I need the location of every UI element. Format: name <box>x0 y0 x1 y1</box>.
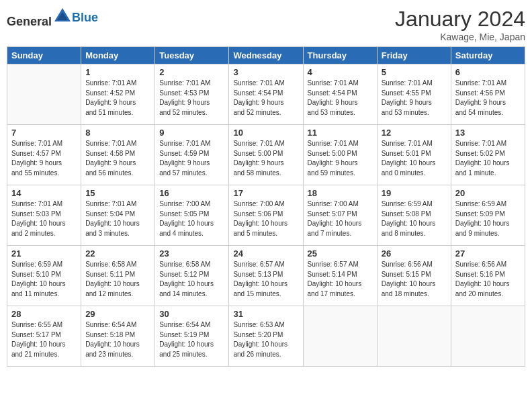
cal-cell: 26Sunrise: 6:56 AMSunset: 5:15 PMDayligh… <box>377 246 451 306</box>
location: Kawage, Mie, Japan <box>395 32 525 42</box>
cal-cell: 31Sunrise: 6:53 AMSunset: 5:20 PMDayligh… <box>229 306 303 367</box>
cal-cell: 1Sunrise: 7:01 AMSunset: 4:52 PMDaylight… <box>81 64 155 125</box>
title-area: January 2024 Kawage, Mie, Japan <box>395 7 525 42</box>
date-number: 16 <box>159 188 224 198</box>
date-number: 19 <box>382 188 447 198</box>
logo-blue: Blue <box>72 11 98 25</box>
day-header-sunday: Sunday <box>7 47 81 64</box>
date-number: 18 <box>308 188 373 198</box>
cal-cell: 11Sunrise: 7:01 AMSunset: 5:00 PMDayligh… <box>303 125 377 185</box>
week-row-5: 28Sunrise: 6:55 AMSunset: 5:17 PMDayligh… <box>7 306 525 367</box>
date-number: 28 <box>11 309 77 319</box>
cal-cell: 30Sunrise: 6:54 AMSunset: 5:19 PMDayligh… <box>155 306 229 367</box>
cal-cell: 25Sunrise: 6:57 AMSunset: 5:14 PMDayligh… <box>303 246 377 306</box>
cal-cell: 19Sunrise: 6:59 AMSunset: 5:08 PMDayligh… <box>377 185 451 246</box>
cal-cell: 12Sunrise: 7:01 AMSunset: 5:01 PMDayligh… <box>377 125 451 185</box>
date-number: 22 <box>85 248 150 259</box>
day-info: Sunrise: 7:01 AMSunset: 4:57 PMDaylight:… <box>11 139 77 178</box>
cal-cell: 7Sunrise: 7:01 AMSunset: 4:57 PMDaylight… <box>7 125 81 185</box>
cal-cell: 6Sunrise: 7:01 AMSunset: 4:56 PMDaylight… <box>451 64 525 125</box>
logo-text: General <box>7 7 72 29</box>
date-number: 24 <box>233 248 298 259</box>
cal-cell: 21Sunrise: 6:59 AMSunset: 5:10 PMDayligh… <box>7 246 81 306</box>
week-row-1: 1Sunrise: 7:01 AMSunset: 4:52 PMDaylight… <box>7 64 525 125</box>
day-info: Sunrise: 6:55 AMSunset: 5:17 PMDaylight:… <box>11 320 77 359</box>
day-info: Sunrise: 7:00 AMSunset: 5:07 PMDaylight:… <box>308 199 373 238</box>
cal-cell <box>303 306 377 367</box>
date-number: 21 <box>11 248 77 259</box>
cal-cell: 14Sunrise: 7:01 AMSunset: 5:03 PMDayligh… <box>7 185 81 246</box>
cal-cell: 28Sunrise: 6:55 AMSunset: 5:17 PMDayligh… <box>7 306 81 367</box>
cal-cell: 18Sunrise: 7:00 AMSunset: 5:07 PMDayligh… <box>303 185 377 246</box>
cal-cell: 13Sunrise: 7:01 AMSunset: 5:02 PMDayligh… <box>451 125 525 185</box>
day-info: Sunrise: 7:01 AMSunset: 4:58 PMDaylight:… <box>85 139 150 178</box>
cal-cell: 2Sunrise: 7:01 AMSunset: 4:53 PMDaylight… <box>155 64 229 125</box>
day-info: Sunrise: 6:53 AMSunset: 5:20 PMDaylight:… <box>233 320 298 359</box>
cal-cell: 27Sunrise: 6:56 AMSunset: 5:16 PMDayligh… <box>451 246 525 306</box>
date-number: 4 <box>308 67 373 77</box>
day-info: Sunrise: 7:01 AMSunset: 4:54 PMDaylight:… <box>308 79 373 118</box>
page-header: General Blue January 2024 Kawage, Mie, J… <box>7 7 525 42</box>
day-header-friday: Friday <box>377 47 451 64</box>
date-number: 2 <box>159 67 224 77</box>
day-info: Sunrise: 6:54 AMSunset: 5:19 PMDaylight:… <box>159 320 224 359</box>
date-number: 14 <box>11 188 77 198</box>
date-number: 8 <box>85 128 150 138</box>
day-header-monday: Monday <box>81 47 155 64</box>
date-number: 6 <box>455 67 521 77</box>
day-info: Sunrise: 6:59 AMSunset: 5:09 PMDaylight:… <box>455 199 521 238</box>
day-info: Sunrise: 7:01 AMSunset: 4:54 PMDaylight:… <box>233 79 298 118</box>
day-info: Sunrise: 6:59 AMSunset: 5:10 PMDaylight:… <box>11 260 77 299</box>
date-number: 12 <box>382 128 447 138</box>
date-number: 26 <box>382 248 447 259</box>
day-info: Sunrise: 7:01 AMSunset: 4:59 PMDaylight:… <box>159 139 224 178</box>
date-number: 31 <box>233 309 298 319</box>
cal-cell: 24Sunrise: 6:57 AMSunset: 5:13 PMDayligh… <box>229 246 303 306</box>
week-row-2: 7Sunrise: 7:01 AMSunset: 4:57 PMDaylight… <box>7 125 525 185</box>
day-info: Sunrise: 7:01 AMSunset: 5:01 PMDaylight:… <box>382 139 447 178</box>
cal-cell <box>451 306 525 367</box>
cal-cell <box>7 64 81 125</box>
day-info: Sunrise: 7:01 AMSunset: 4:56 PMDaylight:… <box>455 79 521 118</box>
month-title: January 2024 <box>395 7 525 32</box>
date-number: 27 <box>455 248 521 259</box>
week-row-4: 21Sunrise: 6:59 AMSunset: 5:10 PMDayligh… <box>7 246 525 306</box>
day-info: Sunrise: 7:01 AMSunset: 5:00 PMDaylight:… <box>233 139 298 178</box>
day-info: Sunrise: 6:56 AMSunset: 5:15 PMDaylight:… <box>382 260 447 299</box>
logo: General Blue <box>7 7 98 29</box>
day-header-wednesday: Wednesday <box>229 47 303 64</box>
day-info: Sunrise: 6:56 AMSunset: 5:16 PMDaylight:… <box>455 260 521 299</box>
day-info: Sunrise: 6:57 AMSunset: 5:13 PMDaylight:… <box>233 260 298 299</box>
cal-cell: 20Sunrise: 6:59 AMSunset: 5:09 PMDayligh… <box>451 185 525 246</box>
cal-cell: 15Sunrise: 7:01 AMSunset: 5:04 PMDayligh… <box>81 185 155 246</box>
date-number: 29 <box>85 309 150 319</box>
date-number: 1 <box>85 67 150 77</box>
day-info: Sunrise: 7:01 AMSunset: 5:02 PMDaylight:… <box>455 139 521 178</box>
cal-cell: 4Sunrise: 7:01 AMSunset: 4:54 PMDaylight… <box>303 64 377 125</box>
date-number: 20 <box>455 188 521 198</box>
calendar-table: SundayMondayTuesdayWednesdayThursdayFrid… <box>7 46 525 367</box>
date-number: 9 <box>159 128 224 138</box>
date-number: 11 <box>308 128 373 138</box>
cal-cell: 3Sunrise: 7:01 AMSunset: 4:54 PMDaylight… <box>229 64 303 125</box>
date-number: 5 <box>382 67 447 77</box>
cal-cell <box>377 306 451 367</box>
cal-cell: 23Sunrise: 6:58 AMSunset: 5:12 PMDayligh… <box>155 246 229 306</box>
date-number: 17 <box>233 188 298 198</box>
day-info: Sunrise: 6:54 AMSunset: 5:18 PMDaylight:… <box>85 320 150 359</box>
day-info: Sunrise: 6:58 AMSunset: 5:12 PMDaylight:… <box>159 260 224 299</box>
date-number: 7 <box>11 128 77 138</box>
date-number: 3 <box>233 67 298 77</box>
date-number: 25 <box>308 248 373 259</box>
date-number: 23 <box>159 248 224 259</box>
day-header-thursday: Thursday <box>303 47 377 64</box>
logo-icon <box>53 7 72 26</box>
week-row-3: 14Sunrise: 7:01 AMSunset: 5:03 PMDayligh… <box>7 185 525 246</box>
day-header-tuesday: Tuesday <box>155 47 229 64</box>
cal-cell: 17Sunrise: 7:00 AMSunset: 5:06 PMDayligh… <box>229 185 303 246</box>
logo-general: General <box>7 15 52 28</box>
day-info: Sunrise: 7:00 AMSunset: 5:06 PMDaylight:… <box>233 199 298 238</box>
day-info: Sunrise: 7:00 AMSunset: 5:05 PMDaylight:… <box>159 199 224 238</box>
date-number: 30 <box>159 309 224 319</box>
day-info: Sunrise: 7:01 AMSunset: 4:55 PMDaylight:… <box>382 79 447 118</box>
